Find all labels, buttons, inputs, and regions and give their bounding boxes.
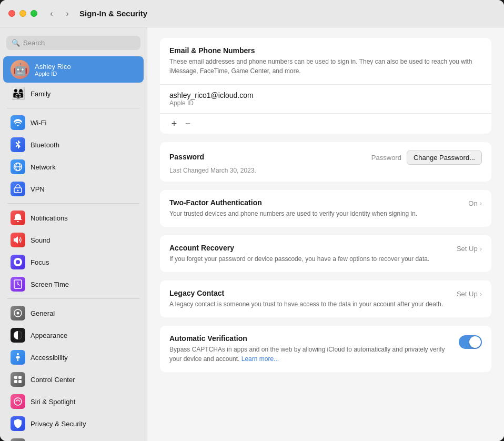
sidebar-label-general: General	[31, 309, 55, 317]
two-factor-right: On ›	[468, 199, 482, 207]
search-placeholder: Search	[23, 39, 45, 47]
privacy-icon	[11, 416, 25, 431]
wifi-icon	[11, 115, 25, 130]
svg-rect-12	[14, 380, 17, 383]
navigation-buttons: ‹ ›	[46, 8, 73, 19]
sidebar-label-vpn: VPN	[31, 185, 45, 193]
titlebar: ‹ › Sign-In & Security	[0, 0, 504, 27]
sidebar-label-privacy: Privacy & Security	[31, 420, 86, 428]
vpn-icon	[11, 182, 25, 196]
account-recovery-title: Account Recovery	[169, 244, 446, 252]
sidebar-label-bluetooth: Bluetooth	[31, 141, 59, 149]
search-icon: 🔍	[12, 39, 20, 47]
sidebar-item-desktop[interactable]: Desktop & Dock	[3, 435, 144, 441]
sidebar-item-wifi[interactable]: Wi-Fi	[3, 112, 144, 134]
sidebar-item-screentime[interactable]: Screen Time	[3, 273, 144, 295]
controlcenter-icon	[11, 372, 25, 387]
remove-email-button[interactable]: −	[182, 118, 194, 129]
email-row: ashley_rico1@icloud.com Apple ID	[160, 85, 491, 114]
two-factor-card[interactable]: Two-Factor Authentication Your trusted d…	[160, 190, 491, 227]
family-icon: 👨‍👩‍👧	[11, 86, 25, 101]
svg-point-7	[17, 312, 19, 315]
accessibility-icon	[11, 350, 25, 365]
sound-icon	[11, 233, 25, 247]
legacy-contact-action: Set Up	[457, 290, 478, 298]
siri-icon	[11, 394, 25, 409]
sidebar-item-profile[interactable]: 🤖 Ashley Rico Apple ID	[3, 56, 144, 83]
content-area: Email & Phone Numbers These email addres…	[147, 27, 504, 441]
network-icon	[11, 159, 25, 174]
close-button[interactable]	[8, 10, 15, 17]
svg-point-14	[14, 398, 22, 405]
sidebar-item-appearance[interactable]: Appearance	[3, 324, 144, 346]
password-last-changed: Last Changed March 30, 2023.	[160, 165, 491, 182]
avatar: 🤖	[11, 60, 29, 79]
sidebar-label-controlcenter: Control Center	[31, 376, 75, 384]
profile-name: Ashley Rico	[35, 63, 71, 71]
account-recovery-card[interactable]: Account Recovery If you forget your pass…	[160, 235, 491, 272]
password-section: Password Password Change Password... Las…	[160, 142, 491, 182]
learn-more-link[interactable]: Learn more...	[241, 355, 279, 363]
add-email-button[interactable]: +	[168, 118, 180, 129]
add-remove-row: + −	[160, 114, 491, 134]
profile-text: Ashley Rico Apple ID	[35, 63, 71, 77]
sidebar-item-accessibility[interactable]: Accessibility	[3, 346, 144, 368]
auto-verify-toggle[interactable]	[459, 335, 482, 349]
sidebar-item-controlcenter[interactable]: Control Center	[3, 368, 144, 390]
sidebar-label-family: Family	[31, 90, 51, 98]
two-factor-row: Two-Factor Authentication Your trusted d…	[160, 190, 491, 227]
password-title: Password	[169, 153, 204, 161]
screentime-icon	[11, 277, 25, 292]
sidebar-item-focus[interactable]: Focus	[3, 251, 144, 273]
traffic-lights	[8, 10, 37, 17]
sidebar-item-vpn[interactable]: VPN	[3, 178, 144, 200]
sidebar-item-siri[interactable]: Siri & Spotlight	[3, 390, 144, 413]
sidebar-label-network: Network	[31, 163, 56, 171]
sidebar-label-screentime: Screen Time	[31, 280, 69, 288]
sidebar-item-network[interactable]: Network	[3, 156, 144, 178]
legacy-contact-title: Legacy Contact	[169, 289, 446, 297]
change-password-button[interactable]: Change Password...	[407, 151, 482, 165]
auto-verify-left: Automatic Verification Bypass CAPTCHAs i…	[169, 334, 448, 364]
legacy-contact-chevron: ›	[480, 290, 482, 298]
sidebar-label-sound: Sound	[31, 236, 51, 244]
sidebar-item-bluetooth[interactable]: Bluetooth	[3, 134, 144, 156]
sidebar-item-family[interactable]: 👨‍👩‍👧 Family	[3, 83, 144, 105]
sidebar-item-privacy[interactable]: Privacy & Security	[3, 413, 144, 435]
legacy-contact-card[interactable]: Legacy Contact A legacy contact is someo…	[160, 280, 491, 317]
legacy-contact-desc: A legacy contact is someone you trust to…	[169, 299, 446, 309]
legacy-contact-row: Legacy Contact A legacy contact is someo…	[160, 280, 491, 317]
profile-sublabel: Apple ID	[35, 71, 71, 77]
account-recovery-chevron: ›	[480, 245, 482, 253]
separator-3	[7, 298, 139, 299]
appearance-icon	[11, 328, 25, 343]
separator-2	[7, 203, 139, 204]
sidebar-label-focus: Focus	[31, 258, 49, 266]
password-label: Password	[371, 154, 401, 162]
sidebar-item-general[interactable]: General	[3, 302, 144, 324]
forward-button[interactable]: ›	[62, 8, 73, 19]
search-box[interactable]: 🔍 Search	[6, 36, 140, 50]
sidebar: 🔍 Search 🤖 Ashley Rico Apple ID 👨‍👩‍👧	[0, 27, 147, 441]
password-row: Password Password Change Password...	[160, 142, 491, 165]
two-factor-title: Two-Factor Authentication	[169, 198, 458, 207]
desktop-icon	[11, 438, 25, 441]
auto-verify-card: Automatic Verification Bypass CAPTCHAs i…	[160, 326, 491, 372]
sidebar-item-sound[interactable]: Sound	[3, 229, 144, 251]
email-phone-desc: These email addresses and phone numbers …	[169, 57, 482, 76]
system-preferences-window: ‹ › Sign-In & Security 🔍 Search 🤖 Ashley…	[0, 0, 504, 441]
window-title: Sign-In & Security	[79, 9, 147, 18]
email-phone-card: Email & Phone Numbers These email addres…	[160, 38, 491, 134]
notifications-icon	[11, 211, 25, 225]
sidebar-label-wifi: Wi-Fi	[31, 119, 46, 127]
auto-verify-right	[459, 335, 482, 349]
sidebar-item-notifications[interactable]: Notifications	[3, 207, 144, 229]
search-container: 🔍 Search	[0, 34, 147, 56]
general-icon	[11, 306, 25, 320]
maximize-button[interactable]	[31, 10, 37, 17]
two-factor-desc: Your trusted devices and phone numbers a…	[169, 209, 458, 218]
minimize-button[interactable]	[19, 10, 26, 17]
account-recovery-row: Account Recovery If you forget your pass…	[160, 235, 491, 272]
email-phone-header: Email & Phone Numbers These email addres…	[160, 38, 491, 85]
back-button[interactable]: ‹	[46, 8, 57, 19]
